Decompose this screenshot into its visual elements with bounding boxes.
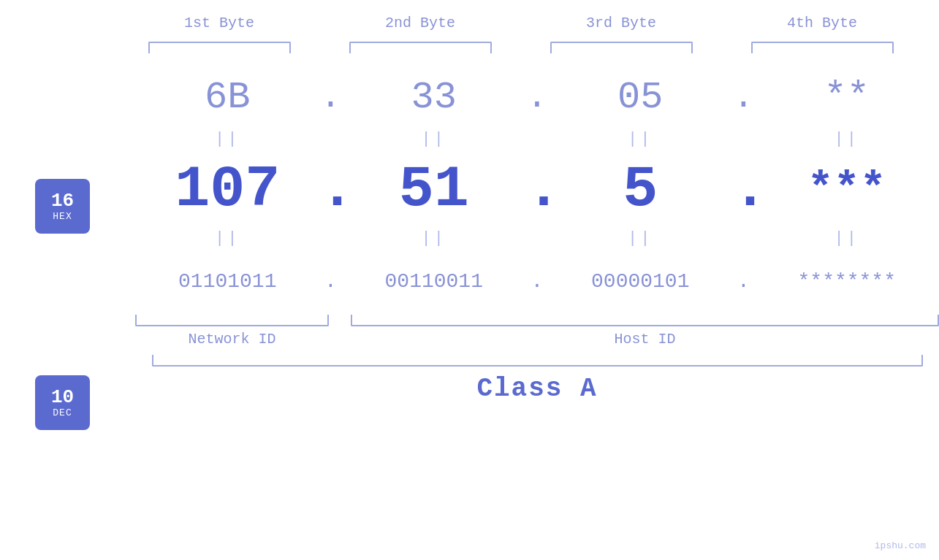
class-label: Class A — [476, 374, 597, 404]
eq1-b3: || — [548, 130, 733, 148]
dec-dot2: . — [526, 156, 548, 223]
dec-b4-cell: *** — [755, 164, 940, 214]
bin-dot1: . — [320, 270, 342, 293]
dec-b2-cell: 51 — [342, 156, 527, 223]
dec-b3: 5 — [623, 156, 658, 223]
dec-section: 10 DEC 107 . 51 . 5 . *** — [0, 153, 939, 226]
hex-b1: 6B — [205, 76, 250, 119]
eq2-b2: || — [342, 229, 527, 248]
hex-b4: ** — [824, 76, 870, 119]
dec-badge-number: 10 — [51, 387, 74, 408]
bottom-brackets — [135, 315, 939, 326]
hex-row: 6B . 33 . 05 . ** — [135, 68, 939, 126]
hex-b3-cell: 05 — [548, 76, 733, 119]
watermark: ipshu.com — [875, 540, 926, 551]
header-byte4: 4th Byte — [722, 15, 923, 36]
dec-badge: 10 DEC — [35, 375, 90, 430]
eq1-b4: || — [755, 130, 940, 148]
bin-b4: ******** — [798, 270, 896, 293]
class-label-row: Class A — [135, 374, 939, 404]
eq2-b3: || — [548, 229, 733, 248]
eq2-b1: || — [135, 229, 320, 248]
eq1-b1: || — [135, 130, 320, 148]
hex-b2: 33 — [411, 76, 457, 119]
network-bracket — [135, 315, 329, 326]
bin-section: 2 BIN 01101011 . 00110011 . 00000101 . *… — [0, 252, 939, 310]
bin-dot2: . — [526, 270, 548, 293]
hex-dot1: . — [320, 77, 342, 117]
top-brackets — [119, 42, 923, 53]
header-byte2: 2nd Byte — [320, 15, 521, 36]
main-container: 1st Byte 2nd Byte 3rd Byte 4th Byte 16 H… — [0, 0, 939, 560]
hex-b2-cell: 33 — [342, 76, 527, 119]
hex-b4-cell: ** — [755, 76, 940, 119]
hex-section: 16 HEX 6B . 33 . 05 . ** — [0, 68, 939, 126]
bin-b2-cell: 00110011 — [342, 270, 527, 293]
dec-row: 107 . 51 . 5 . *** — [135, 153, 939, 226]
hex-dot2: . — [526, 77, 548, 117]
bin-b3: 00000101 — [591, 270, 689, 293]
dec-b1-cell: 107 — [135, 156, 320, 223]
id-labels-row: Network ID Host ID — [135, 331, 939, 348]
dec-b3-cell: 5 — [548, 156, 733, 223]
dec-dot3: . — [733, 156, 755, 223]
dec-dot1: . — [320, 156, 342, 223]
dec-b1: 107 — [175, 156, 280, 223]
header-row: 1st Byte 2nd Byte 3rd Byte 4th Byte — [119, 15, 923, 36]
host-id-label: Host ID — [351, 331, 939, 348]
bin-b1-cell: 01101011 — [135, 270, 320, 293]
hex-dot3: . — [733, 77, 755, 117]
hex-b3: 05 — [617, 76, 663, 119]
bin-dot3: . — [733, 270, 755, 293]
host-bracket — [351, 315, 939, 326]
bin-b3-cell: 00000101 — [548, 270, 733, 293]
equals-row-1: || || || || — [135, 128, 939, 150]
header-byte3: 3rd Byte — [521, 15, 722, 36]
bin-b4-cell: ******** — [755, 270, 940, 293]
header-byte1: 1st Byte — [119, 15, 320, 36]
bin-b1: 01101011 — [178, 270, 276, 293]
hex-b1-cell: 6B — [135, 76, 320, 119]
dec-b2: 51 — [399, 156, 469, 223]
bin-row: 01101011 . 00110011 . 00000101 . *******… — [135, 252, 939, 310]
dec-b4: *** — [807, 164, 886, 214]
eq2-b4: || — [755, 229, 940, 248]
equals-row-2: || || || || — [135, 227, 939, 249]
network-id-label: Network ID — [135, 331, 329, 348]
dec-badge-label: DEC — [53, 407, 72, 418]
full-bottom-bracket — [152, 355, 923, 367]
eq1-b2: || — [342, 130, 527, 148]
bin-b2: 00110011 — [385, 270, 483, 293]
